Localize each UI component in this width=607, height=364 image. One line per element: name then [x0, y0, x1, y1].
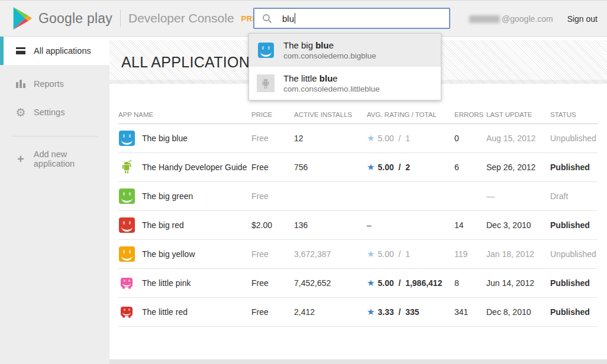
installs-cell: 136 — [294, 220, 367, 230]
app-icon-smiley — [121, 307, 133, 316]
star-icon: ★ — [367, 278, 374, 288]
table-row[interactable]: The big red $2.00 136 – 14 Dec 3, 2010 P… — [118, 211, 598, 240]
last-update-cell: Dec 8, 2010 — [486, 307, 550, 317]
status-badge: Published — [550, 307, 598, 317]
page-title: ALL APPLICATIONS — [121, 54, 260, 71]
sidebar-item-add-new-application[interactable]: + Add new application — [0, 145, 109, 173]
last-update-cell: Sep 26, 2012 — [486, 162, 550, 172]
col-header-last-update: LAST UPDATE — [486, 111, 550, 118]
status-badge: Published — [550, 220, 598, 230]
suggestion-title: The big blue — [283, 40, 376, 50]
installs-cell: 3,672,387 — [294, 249, 367, 259]
table-row[interactable]: The big blue Free 12 ★5.00 / 1 0 Aug 15,… — [118, 124, 598, 153]
installs-cell: 756 — [294, 162, 367, 172]
rating-cell: ★3.33 / 335 — [367, 307, 454, 317]
sign-out-link[interactable]: Sign out — [567, 14, 598, 24]
sidebar-divider — [12, 136, 98, 136]
topbar-divider — [120, 9, 121, 27]
app-icon-smiley — [119, 131, 135, 146]
last-update-cell: Jun 14, 2012 — [486, 278, 550, 288]
app-icon-smiley — [119, 188, 135, 204]
search-icon — [262, 14, 272, 24]
last-update-cell: Aug 15, 2012 — [486, 134, 550, 143]
app-icon-smiley — [121, 278, 133, 287]
redacted-email-username — [469, 15, 500, 23]
list-icon — [15, 47, 27, 54]
account-area: @google.com Sign out — [469, 1, 598, 37]
installs-cell: 7,452,652 — [294, 278, 367, 288]
suggestion-package: com.consoledemo.bigblue — [283, 51, 376, 60]
star-icon: ★ — [367, 162, 374, 172]
errors-cell: 0 — [454, 134, 486, 143]
star-icon: ★ — [367, 307, 374, 317]
gear-icon: ⚙ — [15, 107, 27, 118]
installs-cell: 2,412 — [294, 307, 367, 317]
suggestion-title: The little blue — [283, 73, 380, 83]
logo-text: Google play — [38, 11, 112, 27]
bar-chart-icon — [15, 80, 27, 88]
errors-cell: 341 — [454, 307, 486, 317]
account-email-domain: @google.com — [502, 14, 553, 24]
status-badge: Published — [550, 278, 598, 288]
table-row[interactable]: The little red Free 2,412 ★3.33 / 335 34… — [118, 298, 598, 327]
sidebar-item-all-applications[interactable]: All applications — [0, 37, 109, 65]
errors-cell: 8 — [454, 278, 486, 288]
errors-cell: 119 — [454, 249, 486, 259]
col-header-active-installs: ACTIVE INSTALLS — [294, 111, 367, 118]
price-cell: Free — [251, 134, 294, 143]
price-cell: Free — [251, 249, 294, 259]
sidebar-item-label: All applications — [34, 46, 91, 56]
google-play-logo: Google play — [12, 6, 112, 30]
sidebar-item-label: Add new application — [34, 150, 109, 168]
price-cell: Free — [251, 307, 294, 317]
rating-cell: ★5.00 / 2 — [367, 162, 454, 173]
table-header-row: APP NAME PRICE ACTIVE INSTALLS AVG. RATI… — [118, 111, 598, 124]
star-icon: ★ — [367, 249, 374, 259]
star-icon: ★ — [367, 133, 374, 143]
price-cell: Free — [251, 191, 294, 201]
col-header-status: STATUS — [550, 111, 598, 118]
last-update-cell: — — [486, 191, 550, 201]
rating-cell: ★5.00 / 1 — [367, 133, 454, 144]
app-icon-smiley — [119, 246, 135, 262]
app-name-link[interactable]: The big yellow — [142, 249, 195, 259]
app-name-link[interactable]: The big red — [142, 220, 184, 230]
applications-table: APP NAME PRICE ACTIVE INSTALLS AVG. RATI… — [118, 111, 598, 327]
status-badge: Unpublished — [550, 249, 598, 259]
app-icon-big-blue — [258, 43, 274, 58]
app-name-link[interactable]: The big blue — [142, 134, 188, 143]
installs-cell: 12 — [294, 134, 367, 143]
suggestion-the-little-blue[interactable]: The little blue com.consoledemo.littlebl… — [249, 67, 441, 100]
rating-cell: – — [367, 220, 454, 230]
rating-cell: ★5.00 / 1 — [367, 249, 454, 259]
app-name-link[interactable]: The Handy Developer Guide — [142, 162, 247, 172]
app-name-link[interactable]: The little red — [142, 307, 188, 317]
sidebar-item-settings[interactable]: ⚙ Settings — [0, 98, 109, 126]
price-cell: Free — [251, 162, 294, 172]
errors-cell: 14 — [454, 220, 486, 230]
app-icon-little-blue — [257, 74, 275, 92]
table-row[interactable]: The Handy Developer Guide Free 756 ★5.00… — [118, 153, 598, 182]
status-badge: Published — [550, 162, 598, 172]
table-row[interactable]: The little pink Free 7,452,652 ★5.00 / 1… — [118, 269, 598, 298]
price-cell: Free — [251, 278, 294, 288]
col-header-app-name: APP NAME — [118, 111, 251, 118]
text-caret — [295, 13, 295, 24]
sidebar-item-reports[interactable]: Reports — [0, 70, 109, 98]
table-row[interactable]: The big green Free — Draft — [118, 182, 598, 211]
suggestion-package: com.consoledemo.littleblue — [283, 84, 380, 93]
app-name-link[interactable]: The little pink — [142, 278, 191, 288]
suggestion-the-big-blue[interactable]: The big blue com.consoledemo.bigblue — [249, 34, 441, 67]
col-header-price: PRICE — [251, 111, 294, 118]
errors-cell: 6 — [454, 162, 486, 172]
table-row[interactable]: The big yellow Free 3,672,387 ★5.00 / 1 … — [118, 240, 598, 269]
rating-cell: ★5.00 / 1,986,412 — [367, 278, 454, 288]
search-query-text: blu — [282, 14, 294, 24]
console-title: Developer Console — [128, 11, 234, 25]
search-input[interactable]: blu — [253, 8, 450, 29]
app-name-link[interactable]: The big green — [142, 191, 193, 201]
android-icon — [120, 160, 133, 175]
last-update-cell: Dec 3, 2010 — [486, 220, 550, 230]
status-badge: Draft — [550, 191, 598, 201]
android-icon — [260, 77, 271, 90]
